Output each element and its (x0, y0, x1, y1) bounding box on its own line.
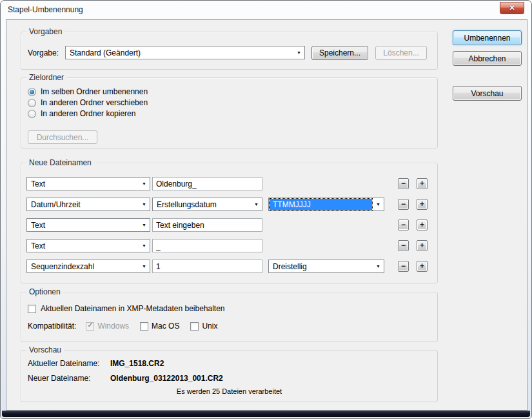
checkbox-unix[interactable] (190, 322, 199, 331)
save-preset-button[interactable]: Speichern... (311, 46, 368, 60)
chevron-down-icon: ▼ (376, 264, 380, 269)
chevron-down-icon: ▼ (142, 223, 146, 227)
rename-button[interactable]: Umbenennen (453, 30, 522, 45)
window-title: Stapel-Umbenennung (8, 5, 83, 14)
remove-row-button[interactable]: − (398, 199, 409, 210)
filename-row: Text ▼ − + (26, 218, 433, 232)
text-value-input[interactable] (152, 239, 262, 252)
xmp-label: Aktuellen Dateinamen in XMP-Metadaten be… (41, 304, 225, 313)
combo-value: Erstellungsdatum (153, 199, 250, 210)
radio-icon (28, 99, 36, 107)
radio-icon (28, 88, 36, 96)
combo-value: TTMMJJJJ (270, 199, 372, 210)
radio-label: Im selben Ordner umbenennen (41, 87, 148, 96)
chevron-down-icon: ▼ (142, 243, 146, 248)
element-type-select[interactable]: Datum/Uhrzeit ▼ (26, 198, 150, 211)
checkbox-unix-label: Unix (202, 322, 217, 331)
close-icon: ✕ (509, 4, 515, 12)
combo-value: Text (28, 240, 138, 251)
element-type-select[interactable]: Text ▼ (26, 218, 150, 232)
remove-row-button[interactable]: − (398, 220, 409, 230)
status-note: Es werden 25 Dateien verarbeitet (21, 387, 437, 395)
filename-row: Sequenzindexzahl ▼ Dreistellig ▼ − + (26, 260, 433, 273)
combo-value: Text (28, 220, 138, 230)
radio-label: In anderen Ordner verschieben (41, 98, 148, 107)
preset-select-value: Standard (Geändert) (66, 47, 293, 58)
group-destination: Zielordner Im selben Ordner umbenennen I… (21, 77, 438, 148)
group-preview: Vorschau Aktueller Dateiname: IMG_1518.C… (21, 350, 438, 402)
radio-option-same-folder[interactable]: Im selben Ordner umbenennen (28, 87, 148, 96)
remove-row-button[interactable]: − (398, 178, 409, 189)
group-presets: Vorgaben Vorgabe: Standard (Geändert) ▼ … (21, 32, 438, 70)
combo-value: Text (28, 178, 138, 189)
radio-icon (28, 110, 36, 118)
remove-row-button[interactable]: − (398, 240, 409, 251)
current-filename-label: Aktueller Dateiname: (28, 359, 99, 368)
compatibility-label: Kompatibilität: (28, 322, 76, 331)
new-filename-value: Oldenburg_03122013_001.CR2 (110, 374, 223, 383)
combo-value: Datum/Uhrzeit (28, 199, 138, 210)
new-filename-label: Neuer Dateiname: (28, 374, 90, 383)
group-options-label: Optionen (26, 287, 63, 296)
date-format-select[interactable]: TTMMJJJJ ▼ (268, 198, 384, 211)
chevron-down-icon: ▼ (142, 202, 146, 207)
checkbox-windows-label: Windows (97, 322, 129, 331)
chevron-down-icon: ▼ (142, 264, 146, 269)
text-value-input[interactable] (152, 218, 262, 232)
filename-row: Datum/Uhrzeit ▼ Erstellungsdatum ▼ TTMMJ… (26, 198, 433, 211)
radio-label: In anderen Ordner kopieren (41, 109, 135, 118)
compat-unix[interactable]: Unix (190, 322, 217, 331)
element-type-select[interactable]: Sequenzindexzahl ▼ (26, 260, 150, 273)
preset-select[interactable]: Standard (Geändert) ▼ (65, 46, 305, 59)
chevron-down-icon: ▼ (376, 202, 380, 207)
combo-value: Dreistellig (270, 261, 372, 272)
filename-row: Text ▼ − + (26, 177, 433, 190)
checkbox-macos-label: Mac OS (152, 322, 179, 331)
current-filename-value: IMG_1518.CR2 (110, 359, 164, 368)
cancel-button[interactable]: Abbrechen (453, 51, 522, 66)
group-presets-label: Vorgaben (26, 27, 64, 36)
close-button[interactable]: ✕ (500, 2, 524, 14)
date-type-select[interactable]: Erstellungsdatum ▼ (152, 198, 262, 211)
group-filenames-label: Neue Dateinamen (26, 158, 94, 167)
chevron-down-icon: ▼ (142, 181, 146, 186)
sequence-digits-select[interactable]: Dreistellig ▼ (268, 260, 384, 273)
delete-preset-button: Löschen... (375, 46, 427, 60)
group-filenames: Neue Dateinamen Text ▼ − + Datum/Uhrzeit… (21, 163, 438, 283)
dialog-window: Stapel-Umbenennung ✕ Vorgaben Vorgabe: S… (0, 0, 532, 419)
preview-button[interactable]: Vorschau (453, 86, 522, 101)
dialog-content: Vorgaben Vorgabe: Standard (Geändert) ▼ … (6, 19, 527, 411)
radio-option-copy-folder[interactable]: In anderen Ordner kopieren (28, 109, 135, 118)
element-type-select[interactable]: Text ▼ (26, 177, 150, 190)
filename-row: Text ▼ − + (26, 239, 433, 252)
add-row-button[interactable]: + (417, 220, 428, 230)
add-row-button[interactable]: + (417, 261, 428, 272)
compat-macos[interactable]: Mac OS (140, 322, 179, 331)
add-row-button[interactable]: + (417, 199, 428, 210)
checkbox-macos[interactable] (140, 322, 148, 331)
chevron-down-icon: ▼ (297, 50, 301, 55)
remove-row-button[interactable]: − (398, 261, 409, 272)
combo-value: Sequenzindexzahl (28, 261, 138, 272)
checkbox-windows: ✓ (86, 322, 94, 331)
sequence-start-input[interactable] (152, 260, 262, 273)
check-icon: ✓ (87, 321, 93, 329)
compatibility-row: Kompatibilität: ✓ Windows Mac OS Unix (28, 322, 228, 331)
add-row-button[interactable]: + (417, 240, 428, 251)
add-row-button[interactable]: + (417, 178, 428, 189)
text-value-input[interactable] (152, 177, 262, 190)
chevron-down-icon: ▼ (254, 202, 259, 207)
group-preview-label: Vorschau (26, 345, 64, 354)
compat-windows: ✓ Windows (86, 322, 129, 331)
group-destination-label: Zielordner (26, 73, 66, 82)
group-options: Optionen Aktuellen Dateinamen in XMP-Met… (21, 292, 438, 342)
window-bottom-frame (2, 411, 530, 417)
xmp-checkbox[interactable] (28, 305, 36, 313)
element-type-select[interactable]: Text ▼ (26, 239, 150, 252)
radio-option-move-folder[interactable]: In anderen Ordner verschieben (28, 98, 148, 107)
preset-field-label: Vorgabe: (28, 48, 59, 57)
browse-button: Durchsuchen... (28, 130, 97, 144)
xmp-checkbox-row[interactable]: Aktuellen Dateinamen in XMP-Metadaten be… (28, 304, 225, 313)
title-bar[interactable]: Stapel-Umbenennung (1, 1, 531, 19)
